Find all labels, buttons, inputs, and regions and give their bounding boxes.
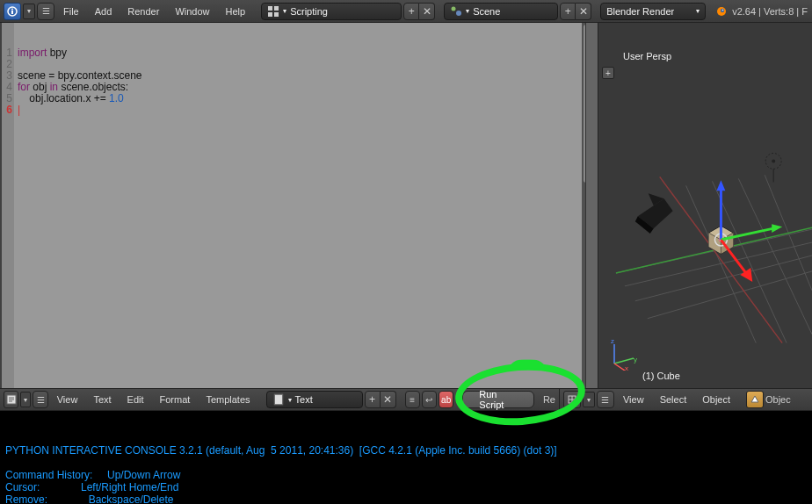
scene-add-remove: + ✕: [560, 3, 591, 20]
menu-render[interactable]: Render: [120, 6, 166, 17]
svg-line-15: [648, 271, 812, 319]
viewport-3d[interactable]: User Persp +: [598, 23, 812, 388]
svg-point-7: [452, 6, 456, 11]
menu-add[interactable]: Add: [88, 6, 120, 17]
middle-area: 1 2 3 4 5 6 import bpy scene = bpy.conte…: [0, 23, 812, 388]
axis-widget-icon: z y x: [607, 335, 642, 371]
run-script-button[interactable]: Run Script: [462, 391, 534, 408]
layout-icon: [267, 5, 279, 18]
text-menu-format[interactable]: Format: [153, 394, 198, 405]
text-remove-button[interactable]: ✕: [381, 391, 396, 408]
editors-footer-row: ▾ ☰ View Text Edit Format Templates ▾ Te…: [0, 388, 812, 411]
text-datablock-selector[interactable]: ▾ Text: [266, 391, 363, 408]
text-editor-type-dropdown-icon[interactable]: ▾: [20, 392, 31, 407]
console-help-1: Cursor: Left/Right Home/End: [5, 481, 178, 493]
editor-type-dropdown-icon[interactable]: ▾: [23, 4, 35, 19]
text-minimap: [585, 23, 598, 388]
collapse-menus-icon[interactable]: ☰: [37, 3, 54, 20]
layout-selector[interactable]: ▾ Scripting: [261, 3, 402, 20]
version-text: v2.64 | Verts:8 | F: [732, 6, 808, 17]
text-menu-templates[interactable]: Templates: [199, 394, 257, 405]
viewport-header: ▾ ☰ View Select Object Objec: [559, 388, 812, 411]
svg-rect-5: [268, 12, 272, 17]
register-label: Re: [543, 394, 555, 405]
svg-rect-4: [274, 6, 279, 11]
scene-add-button[interactable]: +: [560, 3, 576, 20]
viewport-collapse-menus-icon[interactable]: ☰: [597, 391, 614, 408]
text-datablock-name: Text: [295, 394, 313, 405]
scene-label: Scene: [473, 6, 500, 17]
text-editor-area: 1 2 3 4 5 6 import bpy scene = bpy.conte…: [0, 23, 598, 388]
console-help-0: Command History: Up/Down Arrow: [5, 469, 180, 481]
line-number-gutter: 1 2 3 4 5 6: [2, 23, 14, 388]
svg-text:y: y: [634, 356, 637, 364]
render-engine-label: Blender Render: [606, 6, 674, 17]
line-numbers-toggle-icon[interactable]: ≡: [405, 391, 420, 408]
console-help-2: Remove: Backspace/Delete: [5, 493, 173, 504]
viewport-menu-view[interactable]: View: [616, 394, 651, 405]
mode-icon[interactable]: [746, 391, 764, 408]
menu-help[interactable]: Help: [219, 6, 253, 17]
text-menu-edit[interactable]: Edit: [120, 394, 151, 405]
svg-rect-6: [274, 12, 279, 17]
cube-object[interactable]: [708, 180, 782, 282]
svg-text:z: z: [611, 337, 614, 345]
editor-type-3dview-icon[interactable]: [563, 391, 581, 408]
svg-rect-2: [11, 11, 13, 14]
svg-point-1: [11, 8, 13, 10]
svg-point-11: [722, 9, 724, 11]
text-editor-canvas[interactable]: 1 2 3 4 5 6 import bpy scene = bpy.conte…: [2, 23, 596, 388]
scene-selector[interactable]: ▾ Scene: [444, 3, 558, 20]
viewport-menu-object[interactable]: Object: [695, 394, 737, 405]
blender-logo-icon: [714, 5, 727, 18]
console-banner: PYTHON INTERACTIVE CONSOLE 3.2.1 (defaul…: [5, 444, 557, 457]
scene-remove-button[interactable]: ✕: [576, 3, 591, 20]
svg-line-44: [614, 358, 634, 364]
svg-text:x: x: [625, 364, 628, 371]
syntax-highlight-toggle-icon[interactable]: ab: [439, 391, 453, 408]
scene-icon: [450, 5, 462, 18]
layout-add-remove: + ✕: [403, 3, 435, 20]
menu-file[interactable]: File: [56, 6, 86, 17]
text-editor-header: ▾ ☰ View Text Edit Format Templates ▾ Te…: [0, 388, 559, 411]
svg-rect-52: [274, 394, 282, 405]
text-add-remove: + ✕: [365, 391, 396, 408]
text-datablock-icon: [272, 393, 285, 406]
svg-marker-56: [751, 396, 758, 402]
svg-marker-37: [716, 180, 725, 191]
camera-icon: [635, 193, 673, 234]
svg-point-26: [772, 159, 775, 162]
viewport-footer-text: (1) Cube: [642, 371, 680, 381]
menu-window[interactable]: Window: [168, 6, 216, 17]
info-header: ▾ ☰ File Add Render Window Help ▾ Script…: [0, 0, 812, 23]
svg-rect-3: [268, 6, 272, 11]
editor-type-info-icon[interactable]: [4, 3, 21, 20]
svg-marker-39: [772, 224, 782, 233]
text-collapse-menus-icon[interactable]: ☰: [33, 391, 47, 408]
layout-label: Scripting: [290, 6, 328, 17]
editor-type-text-icon[interactable]: [4, 391, 18, 408]
svg-point-8: [456, 11, 461, 16]
svg-line-18: [738, 178, 812, 334]
text-menu-text[interactable]: Text: [86, 394, 118, 405]
text-menu-view[interactable]: View: [50, 394, 85, 405]
mode-label: Objec: [765, 394, 791, 405]
render-engine-selector[interactable]: Blender Render ▾: [600, 3, 706, 20]
svg-line-46: [614, 364, 625, 371]
layout-add-button[interactable]: +: [403, 3, 419, 20]
code-content[interactable]: import bpy scene = bpy.context.scenefor …: [14, 23, 582, 388]
layout-remove-button[interactable]: ✕: [419, 3, 435, 20]
viewport-type-dropdown-icon[interactable]: ▾: [583, 392, 595, 407]
text-add-button[interactable]: +: [365, 391, 381, 408]
word-wrap-toggle-icon[interactable]: ↩: [422, 391, 437, 408]
viewport-menu-select[interactable]: Select: [653, 394, 694, 405]
python-console[interactable]: PYTHON INTERACTIVE CONSOLE 3.2.1 (defaul…: [0, 411, 812, 504]
lamp-icon: [765, 153, 781, 182]
